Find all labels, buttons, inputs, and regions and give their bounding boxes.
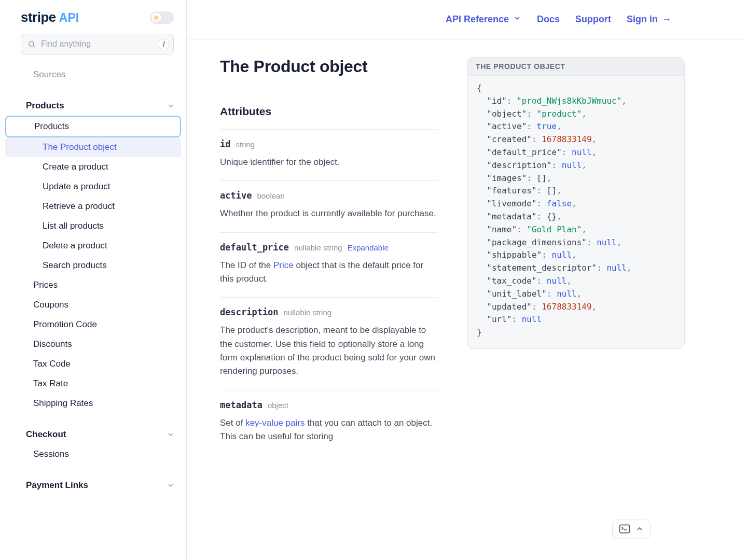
- sidebar-label: Prices: [33, 280, 58, 290]
- sidebar-label: List all products: [43, 221, 104, 231]
- sidebar-item-search-products[interactable]: Search products: [5, 256, 181, 275]
- logo[interactable]: stripe API: [21, 9, 79, 25]
- theme-toggle[interactable]: [150, 11, 174, 24]
- attribute-row: default_pricenullable stringExpandableTh…: [220, 232, 438, 298]
- nav-label: API Reference: [446, 14, 509, 25]
- chevron-down-icon: [167, 481, 175, 489]
- sidebar-item-product-object[interactable]: The Product object: [5, 137, 181, 157]
- attribute-desc: The product's description, meant to be d…: [220, 324, 438, 378]
- sidebar-section-checkout[interactable]: Checkout: [5, 425, 181, 444]
- attribute-name: metadata: [220, 400, 262, 410]
- code-body[interactable]: { "id": "prod_NWjs8kKbJWmuuc", "object":…: [467, 76, 684, 348]
- chevron-down-icon: [513, 14, 521, 25]
- svg-rect-2: [620, 525, 630, 533]
- sidebar-label: Update a product: [43, 181, 110, 192]
- sidebar-label: Create a product: [43, 162, 108, 172]
- expandable-badge[interactable]: Expandable: [348, 243, 389, 252]
- arrow-right-icon: →: [662, 14, 671, 25]
- sidebar-label: Coupons: [33, 300, 68, 310]
- content-right: THE PRODUCT OBJECT { "id": "prod_NWjs8kK…: [467, 57, 726, 455]
- main: API Reference Docs Support Sign in → The…: [187, 0, 747, 560]
- sidebar-item-retrieve-product[interactable]: Retrieve a product: [5, 197, 181, 216]
- sidebar-label: Discounts: [33, 339, 72, 349]
- nav-support[interactable]: Support: [575, 14, 611, 25]
- sidebar-label: Sessions: [33, 449, 69, 459]
- sidebar-item-discounts[interactable]: Discounts: [5, 334, 181, 354]
- sidebar: stripe API / Sources Products: [0, 0, 187, 560]
- sidebar-nav: Sources Products Products The Product ob…: [0, 58, 186, 495]
- attribute-name: id: [220, 139, 230, 149]
- sidebar-label: The Product object: [43, 142, 117, 152]
- nav-label: Sign in: [627, 14, 658, 25]
- chevron-up-icon: [635, 525, 644, 533]
- search-shortcut: /: [159, 39, 169, 49]
- page-title: The Product object: [220, 57, 438, 76]
- nav-label: Docs: [537, 14, 560, 25]
- shell-launcher[interactable]: [612, 520, 651, 538]
- nav-api-reference[interactable]: API Reference: [446, 14, 521, 25]
- sidebar-item-delete-product[interactable]: Delete a product: [5, 236, 181, 256]
- attribute-desc: Set of key-value pairs that you can atta…: [220, 416, 438, 444]
- sidebar-label: Delete a product: [43, 241, 107, 251]
- nav-docs[interactable]: Docs: [537, 14, 560, 25]
- content-left: The Product object Attributes idstringUn…: [220, 57, 438, 455]
- search-input-wrap[interactable]: /: [21, 34, 174, 54]
- sidebar-item-tax-code[interactable]: Tax Code: [5, 354, 181, 374]
- chevron-down-icon: [167, 430, 175, 439]
- search-icon: [27, 40, 36, 48]
- sidebar-label: Payment Links: [26, 480, 88, 491]
- sidebar-section-payment-links[interactable]: Payment Links: [5, 475, 181, 495]
- svg-point-0: [155, 16, 158, 19]
- sidebar-label: Tax Code: [33, 359, 71, 369]
- sidebar-item-promotion-code[interactable]: Promotion Code: [5, 315, 181, 334]
- sidebar-item-create-product[interactable]: Create a product: [5, 157, 181, 177]
- sidebar-item-sessions[interactable]: Sessions: [5, 444, 181, 464]
- sidebar-label: Products: [26, 101, 64, 111]
- chevron-down-icon: [167, 102, 175, 110]
- sidebar-item-list-products[interactable]: List all products: [5, 216, 181, 236]
- attribute-type: nullable string: [294, 243, 342, 252]
- sidebar-item-products[interactable]: Products: [5, 116, 181, 137]
- attribute-desc: Whether the product is currently availab…: [220, 207, 438, 220]
- attribute-row: descriptionnullable stringThe product's …: [220, 297, 438, 389]
- attribute-type: nullable string: [284, 308, 332, 317]
- code-panel: THE PRODUCT OBJECT { "id": "prod_NWjs8kK…: [467, 57, 685, 349]
- attribute-type: boolean: [257, 191, 284, 200]
- attribute-name: active: [220, 190, 252, 201]
- attribute-name: description: [220, 307, 279, 317]
- sidebar-label: Shipping Rates: [33, 398, 93, 409]
- sidebar-item-update-product[interactable]: Update a product: [5, 177, 181, 197]
- sidebar-item-prices[interactable]: Prices: [5, 275, 181, 295]
- sidebar-item-sources[interactable]: Sources: [5, 65, 181, 85]
- attribute-type: object: [268, 401, 288, 410]
- search-input[interactable]: [40, 39, 155, 49]
- code-panel-title: THE PRODUCT OBJECT: [467, 58, 684, 76]
- sidebar-label: Products: [34, 121, 69, 132]
- sidebar-label: Sources: [33, 69, 65, 80]
- sun-icon: [151, 12, 161, 23]
- sidebar-item-tax-rate[interactable]: Tax Rate: [5, 374, 181, 394]
- inline-link[interactable]: key-value pairs: [245, 418, 305, 428]
- logo-api: API: [59, 11, 79, 25]
- sidebar-section-products[interactable]: Products: [5, 96, 181, 116]
- svg-point-1: [29, 41, 34, 46]
- attribute-row: idstringUnique identifier for the object…: [220, 129, 438, 180]
- sidebar-item-coupons[interactable]: Coupons: [5, 295, 181, 315]
- sidebar-item-shipping-rates[interactable]: Shipping Rates: [5, 394, 181, 413]
- sidebar-label: Tax Rate: [33, 379, 68, 389]
- attributes-heading: Attributes: [220, 105, 438, 118]
- attribute-type: string: [236, 140, 255, 149]
- sidebar-label: Retrieve a product: [43, 201, 115, 212]
- nav-label: Support: [575, 14, 611, 25]
- attribute-row: metadataobjectSet of key-value pairs tha…: [220, 390, 438, 455]
- inline-link[interactable]: Price: [273, 260, 294, 270]
- topbar: API Reference Docs Support Sign in →: [187, 0, 747, 39]
- sidebar-label: Promotion Code: [33, 319, 97, 330]
- logo-stripe: stripe: [21, 9, 56, 25]
- attribute-desc: Unique identifier for the object.: [220, 156, 438, 169]
- nav-sign-in[interactable]: Sign in →: [627, 14, 671, 25]
- sidebar-label: Search products: [43, 260, 107, 271]
- attribute-name: default_price: [220, 242, 289, 253]
- sidebar-label: Checkout: [26, 429, 66, 440]
- attribute-desc: The ID of the Price object that is the d…: [220, 259, 438, 286]
